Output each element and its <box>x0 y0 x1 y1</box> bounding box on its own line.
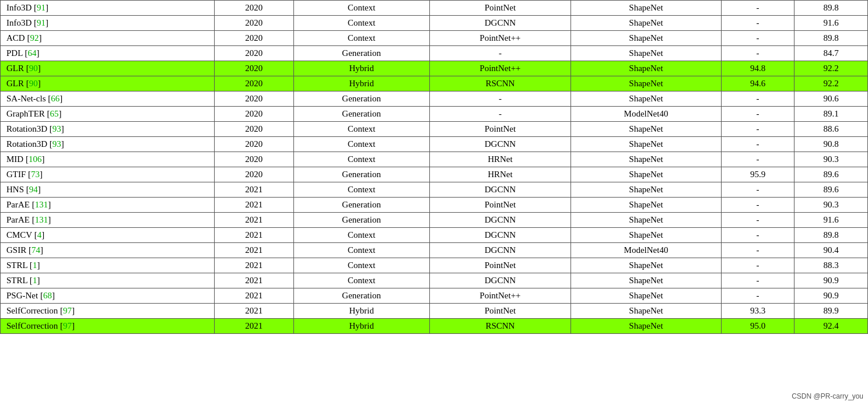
cell-dataset: ShapeNet <box>571 258 721 273</box>
cell-dataset: ShapeNet <box>571 273 721 288</box>
ref-link: 106 <box>29 154 42 164</box>
cell-type: Generation <box>293 288 429 304</box>
cell-dataset: ShapeNet <box>571 213 721 228</box>
cell-val: - <box>721 273 794 288</box>
table-row: CMCV [4]2021ContextDGCNNShapeNet-89.8 <box>1 228 868 243</box>
cell-type: Hybrid <box>293 61 429 76</box>
cell-year: 2021 <box>215 288 294 304</box>
cell-dataset: ShapeNet <box>571 76 721 91</box>
cell-val: - <box>721 243 794 258</box>
cell-backbone: PointNet++ <box>429 61 571 76</box>
cell-method: Info3D [91] <box>1 16 215 31</box>
cell-type: Context <box>293 16 429 31</box>
cell-year: 2020 <box>215 152 294 167</box>
table-row: MID [106]2020ContextHRNetShapeNet-90.3 <box>1 152 868 167</box>
ref-link: 73 <box>31 170 40 179</box>
ref-link: 90 <box>29 79 38 88</box>
table-row: GLR [90]2020HybridRSCNNShapeNet94.692.2 <box>1 76 868 91</box>
cell-type: Context <box>293 228 429 243</box>
cell-backbone: DGCNN <box>429 273 571 288</box>
cell-year: 2020 <box>215 107 294 122</box>
cell-acc: 89.6 <box>794 167 868 182</box>
ref-link: 97 <box>63 321 72 330</box>
cell-acc: 89.1 <box>794 107 868 122</box>
cell-method: SelfCorrection [97] <box>1 319 215 334</box>
cell-dataset: ShapeNet <box>571 304 721 319</box>
cell-acc: 89.8 <box>794 1 868 16</box>
table-row: GLR [90]2020HybridPointNet++ShapeNet94.8… <box>1 61 868 76</box>
cell-acc: 90.8 <box>794 137 868 152</box>
cell-backbone: DGCNN <box>429 182 571 198</box>
cell-method: PDL [64] <box>1 46 215 61</box>
cell-type: Context <box>293 273 429 288</box>
cell-method: Rotation3D [93] <box>1 122 215 137</box>
cell-type: Generation <box>293 198 429 213</box>
cell-acc: 89.6 <box>794 182 868 198</box>
ref-link: 131 <box>35 215 48 224</box>
cell-backbone: PointNet <box>429 304 571 319</box>
cell-method: ParAE [131] <box>1 213 215 228</box>
cell-method: Rotation3D [93] <box>1 137 215 152</box>
cell-acc: 91.6 <box>794 213 868 228</box>
ref-link: 94 <box>29 185 38 194</box>
cell-dataset: ShapeNet <box>571 319 721 334</box>
cell-year: 2021 <box>215 213 294 228</box>
cell-method: MID [106] <box>1 152 215 167</box>
cell-acc: 89.8 <box>794 31 868 46</box>
table-row: Rotation3D [93]2020ContextPointNetShapeN… <box>1 122 868 137</box>
cell-method: Info3D [91] <box>1 1 215 16</box>
cell-dataset: ModelNet40 <box>571 243 721 258</box>
cell-backbone: PointNet <box>429 258 571 273</box>
cell-val: 93.3 <box>721 304 794 319</box>
cell-type: Generation <box>293 213 429 228</box>
cell-type: Generation <box>293 46 429 61</box>
table-container: Info3D [91]2020ContextPointNetShapeNet-8… <box>0 0 868 334</box>
cell-method: STRL [1] <box>1 258 215 273</box>
table-row: ACD [92]2020ContextPointNet++ShapeNet-89… <box>1 31 868 46</box>
cell-method: STRL [1] <box>1 273 215 288</box>
cell-acc: 90.9 <box>794 288 868 304</box>
cell-val: - <box>721 107 794 122</box>
cell-method: PSG-Net [68] <box>1 288 215 304</box>
cell-dataset: ShapeNet <box>571 16 721 31</box>
cell-backbone: PointNet <box>429 122 571 137</box>
cell-type: Hybrid <box>293 304 429 319</box>
cell-method: HNS [94] <box>1 182 215 198</box>
cell-val: - <box>721 152 794 167</box>
cell-acc: 88.3 <box>794 258 868 273</box>
cell-type: Generation <box>293 91 429 107</box>
ref-link: 74 <box>32 245 40 255</box>
cell-dataset: ShapeNet <box>571 1 721 16</box>
cell-year: 2020 <box>215 1 294 16</box>
table-row: STRL [1]2021ContextDGCNNShapeNet-90.9 <box>1 273 868 288</box>
cell-acc: 90.4 <box>794 243 868 258</box>
cell-year: 2020 <box>215 167 294 182</box>
cell-backbone: DGCNN <box>429 137 571 152</box>
cell-backbone: - <box>429 46 571 61</box>
cell-val: - <box>721 91 794 107</box>
table-row: SelfCorrection [97]2021HybridPointNetSha… <box>1 304 868 319</box>
table-row: SelfCorrection [97]2021HybridRSCNNShapeN… <box>1 319 868 334</box>
cell-acc: 89.9 <box>794 304 868 319</box>
cell-type: Generation <box>293 167 429 182</box>
cell-year: 2021 <box>215 228 294 243</box>
cell-backbone: DGCNN <box>429 16 571 31</box>
cell-method: ACD [92] <box>1 31 215 46</box>
cell-acc: 89.8 <box>794 228 868 243</box>
cell-dataset: ShapeNet <box>571 61 721 76</box>
ref-link: 66 <box>51 94 60 103</box>
cell-acc: 92.2 <box>794 61 868 76</box>
cell-dataset: ModelNet40 <box>571 107 721 122</box>
table-row: Rotation3D [93]2020ContextDGCNNShapeNet-… <box>1 137 868 152</box>
cell-type: Context <box>293 1 429 16</box>
cell-val: - <box>721 258 794 273</box>
cell-year: 2021 <box>215 258 294 273</box>
cell-val: 95.0 <box>721 319 794 334</box>
cell-dataset: ShapeNet <box>571 137 721 152</box>
cell-method: GLR [90] <box>1 61 215 76</box>
table-row: PDL [64]2020Generation-ShapeNet-84.7 <box>1 46 868 61</box>
cell-year: 2021 <box>215 182 294 198</box>
table-row: GSIR [74]2021ContextDGCNNModelNet40-90.4 <box>1 243 868 258</box>
cell-year: 2020 <box>215 46 294 61</box>
cell-type: Context <box>293 243 429 258</box>
